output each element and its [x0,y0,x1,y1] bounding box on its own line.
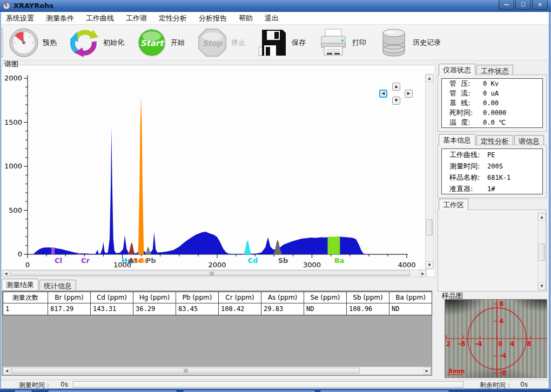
tab-results-1[interactable]: 统计信息 [39,280,76,290]
info-row-0: 管 压:0 Kv [442,79,542,89]
measure-progress-bar [73,381,463,388]
menu-item-4[interactable]: 定性分析 [153,12,193,25]
element-label-Cr: Cr [81,256,90,265]
tab-info-2[interactable]: 谱信息 [514,135,544,145]
results-table: 测量次数Br (ppm)Cd (ppm)Hg (ppm)Pb (ppm)Cr (… [3,292,432,315]
minimize-button[interactable]: — [499,0,514,10]
scroll-left-arrow[interactable]: ◀ [3,367,10,374]
taskbar-button[interactable] [183,390,315,392]
toolbar-preheat-button[interactable]: 预热 [6,26,62,59]
scroll-up-arrow[interactable]: ▲ [426,75,433,82]
overlay-Ba [328,236,340,254]
results-horizontal-scrollbar[interactable]: ◀ ⦀⦀ ▶ [3,367,431,375]
pan-up-button[interactable]: ▲ [392,83,400,91]
tab-instrument-1[interactable]: 工作状态 [476,65,513,75]
tab-instrument-0[interactable]: 仪器状态 [439,64,475,75]
toolbar-initialize-button[interactable]: 初始化 [67,26,130,59]
horizontal-scroll-thumb[interactable]: ⦀⦀ [10,271,410,276]
menu-item-3[interactable]: 工作谱 [120,12,153,25]
table-cell: ND [389,303,432,315]
start-orb[interactable] [14,390,32,392]
scroll-up-arrow[interactable]: ▲ [538,213,546,221]
info-label: 基 线: [442,98,483,108]
chart-caption: 谱图 [4,59,18,69]
element-label-Cd: Cd [248,256,258,265]
column-header-Br: Br (ppm) [48,292,91,303]
menu-item-2[interactable]: 工作曲线 [80,12,120,25]
tab-results-0[interactable]: 测量结果 [2,279,38,290]
chart-vertical-scrollbar[interactable]: ▲ ▼ [425,74,434,269]
chart-horizontal-scrollbar[interactable]: ◀ ⦀⦀ ▶ [2,269,427,277]
table-row[interactable]: 1817.29143.3136.2983.45108.4229.83ND108.… [3,303,432,315]
info-value: 0.0000 [483,109,506,117]
toolbar-stop-button[interactable]: Stop停止 [195,26,251,59]
svg-text:3000: 3000 [303,261,321,269]
svg-text:-12: -12 [445,340,451,348]
workspace-scroll-thumb[interactable] [539,244,545,261]
crosshair-reticle: -12-8-448084-4-88mm [445,300,547,377]
results-tabs: 测量结果统计信息 [2,279,77,290]
svg-text:0: 0 [498,340,502,348]
element-label-Sb: Sb [278,256,288,265]
info-value: 0.00 [483,99,499,107]
table-cell: 143.31 [91,303,133,315]
toolbar-history-button[interactable]: 历史记录 [377,26,446,59]
pan-down-button[interactable]: ▼ [392,97,400,105]
pan-right-button[interactable]: ▶ [405,90,413,98]
menu-item-1[interactable]: 测量条件 [40,12,80,25]
taskbar-button[interactable] [48,390,177,392]
database-icon [379,28,409,58]
column-header-测量次数: 测量次数 [3,292,48,303]
element-label-Pb: Pb [146,256,156,265]
toolbar-print-button[interactable]: 打印 [316,26,372,59]
element-label-Ba: Ba [334,256,345,265]
toolbar-label: 预热 [43,38,57,48]
toolbar-label: 初始化 [103,38,124,48]
svg-text:-4: -4 [475,340,482,348]
toolbar: 预热初始化Start开始Stop停止保存打印历史记录 [0,25,551,60]
tab-info-1[interactable]: 定性分析 [476,135,513,145]
toolbar-start-button[interactable]: Start开始 [135,26,190,59]
scroll-left-arrow[interactable]: ◀ [3,270,9,276]
results-panel: 测量次数Br (ppm)Cd (ppm)Hg (ppm)Pb (ppm)Cr (… [2,290,432,376]
scroll-right-arrow[interactable]: ▶ [424,367,431,374]
tab-info-0[interactable]: 基本信息 [439,134,475,145]
svg-text:-8: -8 [458,340,465,348]
column-header-As: As (ppm) [261,292,304,303]
remaining-time-value: 0s [520,381,528,388]
pan-left-button[interactable]: ◀ [379,90,387,98]
vertical-scroll-thumb[interactable] [426,219,433,235]
scroll-down-arrow[interactable]: ▼ [426,261,433,269]
close-button[interactable]: ✕ [532,0,548,10]
sample-camera-view: -12-8-448084-4-88mm [445,299,547,378]
menu-item-5[interactable]: 分析报告 [193,12,233,25]
toolbar-label: 停止 [231,38,245,48]
workspace-scrollbar[interactable]: ▲ ▼ [537,213,546,290]
info-row-1: 测量时间:200S [442,160,542,172]
scroll-down-arrow[interactable]: ▼ [538,282,546,290]
floppy-icon [258,28,288,58]
measure-time-value: 0s [61,381,68,388]
info-label: 样品名称: [442,173,487,183]
toolbar-save-button[interactable]: 保存 [256,26,311,59]
os-taskbar[interactable] [0,389,551,392]
table-cell: 1 [3,303,48,315]
menu-item-6[interactable]: 帮助 [233,12,259,25]
column-header-Ba: Ba (ppm) [389,292,432,303]
maximize-button[interactable]: ☐ [515,0,531,10]
spectrum-plot[interactable]: 050010001500200001000200030004000ClCrHgA… [2,65,435,269]
results-scroll-thumb[interactable]: ⦀⦀ [11,368,360,374]
titlebar[interactable]: XRAYRohs — ☐ ✕ [0,0,551,12]
overlay-As [129,242,135,254]
tab-workspace[interactable]: 工作区 [439,199,468,210]
app-icon [3,2,10,10]
scroll-right-arrow[interactable]: ▶ [420,270,426,276]
svg-text:4: 4 [510,340,514,348]
toolbar-label: 打印 [352,38,366,48]
menu-item-7[interactable]: 退出 [259,12,285,25]
svg-text:8: 8 [527,340,531,348]
taskbar-button[interactable] [320,390,449,392]
info-label: 死时间: [442,108,483,118]
toolbar-gripper[interactable] [1,28,3,57]
menu-item-0[interactable]: 系统设置 [0,12,40,25]
